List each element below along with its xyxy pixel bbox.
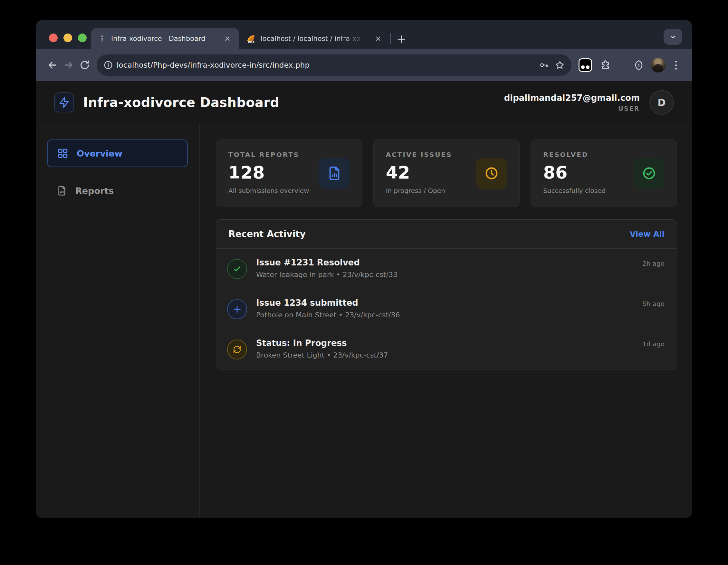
sidebar-item-label: Overview (77, 148, 122, 158)
panel-title: Recent Activity (228, 229, 306, 239)
reload-button[interactable] (77, 57, 93, 73)
tab-search-button[interactable] (664, 29, 682, 45)
close-tab-icon[interactable] (373, 33, 384, 44)
forward-button[interactable] (61, 57, 77, 73)
activity-title: Status: In Progress (256, 338, 388, 348)
tab-phpmyadmin[interactable]: PMA localhost / localhost / infra-xo (239, 28, 389, 49)
zoom-window-button[interactable] (78, 34, 87, 42)
activity-texts: Status: In Progress Broken Street Light … (256, 338, 388, 359)
recent-activity-panel: Recent Activity View All Issue #1231 Res… (216, 219, 677, 369)
app-logo-lightning-icon (54, 92, 74, 112)
page-body: Overview Reports TOTAL REPORTS 128 Al (36, 124, 692, 518)
file-chart-icon (319, 158, 350, 189)
stat-label: TOTAL REPORTS (228, 151, 309, 158)
user-info: dipalimandal257@gmail.com USER (504, 93, 640, 112)
address-bar[interactable]: localhost/Php-devs/infra-xodivorce-in/sr… (97, 54, 571, 76)
stat-subtitle: In progress / Open (386, 187, 452, 195)
activity-title: Issue #1231 Resolved (256, 258, 398, 267)
grid-icon (57, 148, 68, 159)
activity-time: 2h ago (642, 260, 665, 267)
check-circle-icon (634, 158, 665, 189)
stat-label: ACTIVE ISSUES (386, 151, 452, 158)
toolbar-right-icons (597, 57, 682, 73)
close-window-button[interactable] (49, 34, 58, 42)
bookmark-star-icon[interactable] (552, 57, 568, 73)
stat-card-resolved: RESOLVED 86 Successfully closed (531, 139, 677, 207)
stat-value: 86 (543, 162, 606, 183)
sidebar: Overview Reports (36, 124, 200, 518)
stat-texts: ACTIVE ISSUES 42 In progress / Open (386, 151, 452, 196)
minimize-window-button[interactable] (63, 34, 72, 42)
close-tab-icon[interactable] (222, 33, 233, 44)
file-chart-icon (57, 186, 67, 196)
page-title: Infra-xodivorce Dashboard (83, 95, 279, 110)
activity-row: Status: In Progress Broken Street Light … (216, 329, 677, 369)
user-email: dipalimandal257@gmail.com (504, 93, 640, 103)
url-text[interactable]: localhost/Php-devs/infra-xodivorce-in/sr… (117, 61, 537, 69)
tab-dashboard[interactable]: Infra-xodivorce - Dashboard (91, 28, 239, 49)
extension-dot (581, 65, 585, 69)
user-avatar[interactable]: D (649, 90, 674, 115)
chevron-down-icon (669, 33, 677, 41)
toolbar-separator (622, 60, 622, 70)
panel-header: Recent Activity View All (216, 220, 677, 249)
activity-subtitle: Pothole on Main Street • 23/v/kpc-cst/36 (256, 311, 400, 319)
tabs: Infra-xodivorce - Dashboard PMA localhos… (91, 28, 410, 49)
activity-time: 1d ago (642, 340, 665, 348)
check-icon (227, 259, 247, 279)
tab-title: localhost / localhost / infra-xo (261, 35, 368, 43)
refresh-icon (227, 340, 247, 359)
stat-subtitle: All submissions overview (228, 187, 309, 195)
svg-text:PMA: PMA (248, 41, 255, 43)
info-i-icon (98, 35, 106, 43)
plus-icon (227, 299, 247, 319)
activity-row: Issue 1234 submitted Pothole on Main Str… (216, 289, 677, 329)
stat-texts: RESOLVED 86 Successfully closed (543, 151, 606, 196)
phpmyadmin-icon: PMA (246, 34, 255, 43)
new-tab-button[interactable]: + (393, 30, 410, 47)
browser-menu-icon[interactable] (669, 58, 682, 72)
browser-toolbar: localhost/Php-devs/infra-xodivorce-in/sr… (36, 49, 692, 81)
stat-value: 42 (386, 162, 452, 183)
user-role-badge: USER (504, 105, 640, 112)
browser-window: Infra-xodivorce - Dashboard PMA localhos… (36, 20, 692, 518)
stat-value: 128 (228, 162, 309, 183)
browser-profile-avatar[interactable] (651, 58, 666, 72)
extension-dark-icon[interactable] (579, 58, 592, 72)
site-info-icon[interactable] (100, 57, 117, 73)
sidebar-item-overview[interactable]: Overview (47, 139, 188, 167)
traffic-lights (49, 34, 87, 42)
sidebar-item-reports[interactable]: Reports (47, 177, 188, 205)
stat-subtitle: Successfully closed (543, 187, 606, 195)
stat-card-active-issues: ACTIVE ISSUES 42 In progress / Open (373, 139, 520, 207)
clock-icon (476, 158, 507, 189)
view-all-link[interactable]: View All (630, 230, 665, 239)
activity-texts: Issue #1231 Resolved Water leakage in pa… (256, 258, 398, 279)
activity-subtitle: Water leakage in park • 23/v/kpc-cst/33 (256, 271, 398, 279)
tab-title: Infra-xodivorce - Dashboard (111, 35, 217, 43)
activity-time: 5h ago (642, 300, 665, 308)
site-header: Infra-xodivorce Dashboard dipalimandal25… (36, 81, 692, 124)
activity-row: Issue #1231 Resolved Water leakage in pa… (216, 249, 677, 289)
activity-subtitle: Broken Street Light • 23/v/kpc-cst/37 (256, 351, 388, 359)
performance-leaf-icon[interactable] (631, 57, 647, 73)
activity-title: Issue 1234 submitted (256, 298, 400, 308)
stat-card-total-reports: TOTAL REPORTS 128 All submissions overvi… (216, 139, 362, 207)
back-button[interactable] (44, 57, 61, 73)
tab-strip: Infra-xodivorce - Dashboard PMA localhos… (36, 20, 692, 49)
stat-texts: TOTAL REPORTS 128 All submissions overvi… (228, 151, 309, 196)
password-key-icon[interactable] (537, 57, 552, 73)
stat-label: RESOLVED (543, 151, 606, 158)
activity-texts: Issue 1234 submitted Pothole on Main Str… (256, 298, 400, 319)
extensions-puzzle-icon[interactable] (597, 57, 613, 73)
web-page: Infra-xodivorce Dashboard dipalimandal25… (36, 81, 692, 518)
extension-dot (586, 65, 589, 69)
sidebar-item-label: Reports (75, 186, 114, 196)
stat-cards: TOTAL REPORTS 128 All submissions overvi… (216, 139, 677, 207)
tab-separator (390, 33, 391, 44)
main-content: TOTAL REPORTS 128 All submissions overvi… (200, 124, 692, 518)
